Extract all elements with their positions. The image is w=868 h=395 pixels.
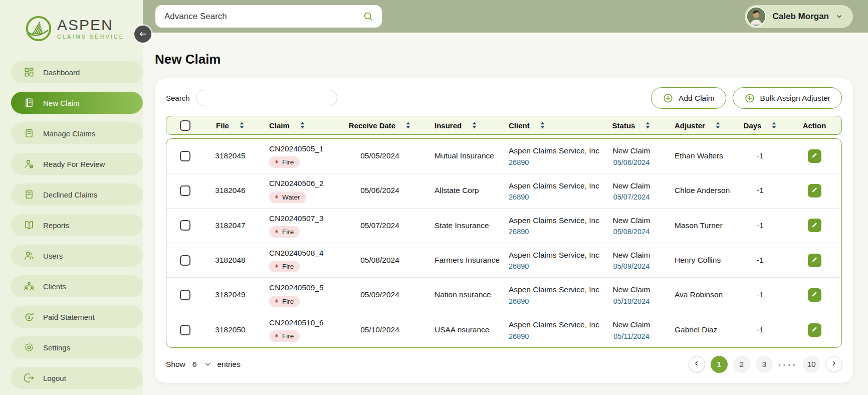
user-menu[interactable]: Caleb Morgan [745, 5, 853, 28]
bulk-assign-label: Bulk Assign Adjuster [760, 94, 830, 103]
row-checkbox[interactable] [180, 255, 190, 266]
client-code-link[interactable]: 26890 [509, 333, 601, 340]
status-cell: New Claim05/11/2024 [601, 320, 662, 340]
adjuster-cell: Ava Robinson [662, 290, 733, 299]
sidebar-item-paid-statement[interactable]: $Paid Statement [11, 306, 143, 328]
pagination-next-button[interactable] [825, 356, 842, 372]
edit-claim-button[interactable] [808, 288, 821, 302]
column-header-claim[interactable]: Claim [257, 121, 338, 130]
status-label: New Claim [601, 146, 662, 155]
sort-icon[interactable] [300, 121, 305, 129]
column-label: Claim [269, 121, 290, 130]
pagination-page-1[interactable]: 1 [711, 356, 728, 373]
search-label: Search [166, 94, 190, 102]
sidebar-item-logout[interactable]: Logout [11, 367, 143, 389]
client-name: Aspen Claims Service, Inc [509, 146, 601, 155]
sidebar-item-clients[interactable]: Clients [11, 275, 143, 297]
status-date-link[interactable]: 05/11/2024 [601, 333, 662, 340]
column-header-client[interactable]: Client [502, 121, 601, 130]
pagination-page-3[interactable]: 3 [756, 356, 773, 373]
column-header-receive_date[interactable]: Receive Date [338, 121, 422, 130]
topbar: Caleb Morgan [143, 0, 868, 33]
edit-claim-button[interactable] [808, 184, 821, 198]
bulk-assign-adjuster-button[interactable]: Bulk Assign Adjuster [733, 87, 842, 109]
table-row: 3182046 CN20240506_2Water 05/06/2024 All… [166, 173, 841, 208]
row-checkbox[interactable] [180, 290, 190, 300]
client-code-link[interactable]: 26890 [509, 228, 601, 236]
row-checkbox[interactable] [180, 151, 190, 161]
status-date-link[interactable]: 05/10/2024 [601, 298, 662, 305]
row-select-cell [166, 151, 204, 161]
client-code-link[interactable]: 26890 [509, 159, 601, 166]
sort-icon[interactable] [540, 121, 545, 129]
sort-icon[interactable] [645, 121, 650, 129]
edit-claim-button[interactable] [808, 323, 821, 337]
users-icon [24, 250, 35, 261]
status-date-link[interactable]: 05/08/2024 [601, 228, 662, 236]
claim-type-badge: Fire [269, 226, 300, 238]
column-label: Days [744, 121, 762, 130]
file-cell: 3182048 [204, 256, 257, 265]
claims-card: Search Add Claim [155, 78, 853, 383]
table-search-input[interactable] [196, 90, 337, 106]
pagination-page-10[interactable]: 10 [803, 356, 820, 373]
sidebar-item-new-claim[interactable]: New Claim [11, 92, 143, 114]
edit-claim-button[interactable] [808, 219, 821, 232]
row-checkbox[interactable] [180, 185, 190, 196]
sidebar-item-ready-for-review[interactable]: Ready For Review [11, 153, 143, 175]
claim-cell: CN20240507_3Fire [257, 214, 338, 238]
column-header-status[interactable]: Status [601, 121, 662, 130]
column-header-days[interactable]: Days [733, 121, 787, 130]
table-row: 3182047 CN20240507_3Fire 05/07/2024 Stat… [166, 209, 841, 243]
client-name: Aspen Claims Service, Inc [509, 181, 601, 190]
sidebar-item-manage-claims[interactable]: Manage Claims [11, 122, 143, 144]
claim-cell: CN20240505_1Fire [257, 144, 338, 168]
logo-mark-icon [25, 15, 52, 42]
receive-date-cell: 05/06/2024 [338, 186, 422, 195]
edit-claim-button[interactable] [808, 149, 821, 163]
status-date-link[interactable]: 05/07/2024 [601, 193, 662, 201]
client-code-link[interactable]: 26890 [509, 193, 601, 201]
column-header-file[interactable]: File [204, 121, 257, 130]
sort-icon[interactable] [715, 121, 721, 129]
column-header-insured[interactable]: Insured [422, 121, 502, 130]
app: ASPEN CLAIMS SERVICE DashboardNew ClaimM… [0, 0, 868, 395]
column-header-action: Action [787, 121, 841, 130]
claim-number: CN20240510_6 [269, 318, 338, 327]
advance-search-input[interactable] [164, 12, 363, 22]
add-claim-button[interactable]: Add Claim [651, 87, 726, 109]
sidebar-item-reports[interactable]: Reports [11, 214, 143, 236]
status-date-link[interactable]: 05/09/2024 [601, 263, 662, 270]
sidebar-item-declined-claims[interactable]: Declined Claims [11, 183, 143, 206]
edit-claim-button[interactable] [808, 254, 821, 267]
sidebar-item-dashboard[interactable]: Dashboard [11, 61, 143, 83]
entries-select[interactable]: 6 [192, 360, 211, 369]
client-code-link[interactable]: 26890 [509, 263, 601, 270]
svg-text:$: $ [28, 315, 31, 320]
adjuster-cell: Gabriel Diaz [662, 325, 733, 334]
file-cell: 3182045 [204, 151, 257, 160]
sidebar-item-label: Ready For Review [43, 160, 105, 168]
sidebar-collapse-button[interactable] [134, 26, 151, 43]
search-icon[interactable] [363, 11, 374, 22]
client-cell: Aspen Claims Service, Inc26890 [502, 216, 601, 236]
sort-icon[interactable] [405, 121, 411, 129]
column-header-adjuster[interactable]: Adjuster [662, 121, 733, 130]
sort-icon[interactable] [239, 121, 245, 129]
sidebar-item-settings[interactable]: Settings [11, 336, 143, 358]
row-checkbox[interactable] [180, 325, 190, 335]
row-checkbox[interactable] [180, 220, 190, 231]
sidebar-item-users[interactable]: Users [11, 245, 143, 267]
pagination-prev-button[interactable] [689, 356, 705, 372]
insured-cell: Mutual Insurance [422, 151, 502, 160]
status-date-link[interactable]: 05/06/2024 [601, 159, 662, 166]
claim-type-label: Fire [282, 263, 294, 270]
clients-icon [24, 281, 35, 292]
action-cell [787, 323, 841, 337]
client-code-link[interactable]: 26890 [509, 298, 601, 305]
sort-icon[interactable] [771, 121, 777, 129]
pagination-page-2[interactable]: 2 [733, 356, 750, 373]
sort-icon[interactable] [472, 121, 477, 129]
sidebar-item-label: Manage Claims [43, 129, 95, 138]
select-all-checkbox[interactable] [180, 120, 190, 131]
